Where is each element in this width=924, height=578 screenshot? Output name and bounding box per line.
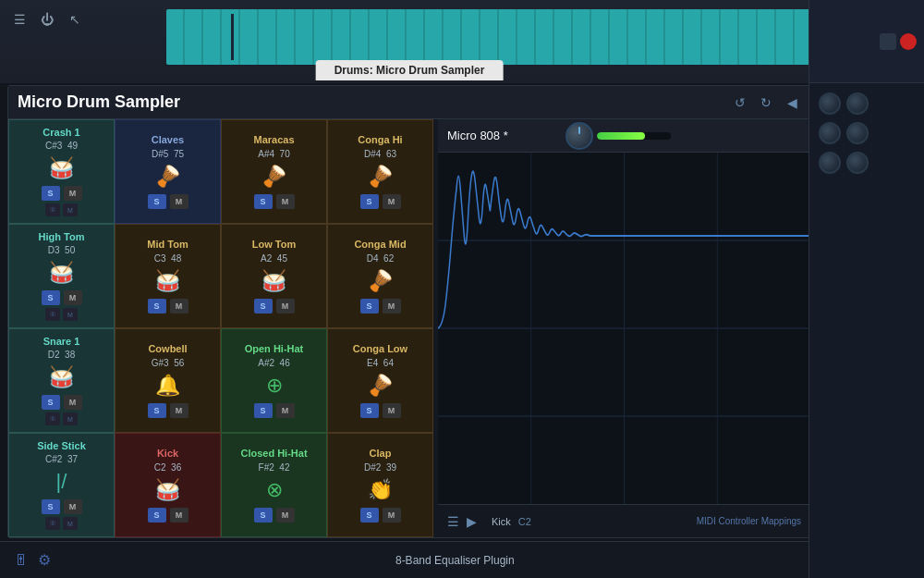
- pad-claves[interactable]: Claves D#5 75 🪘 S M: [115, 119, 221, 224]
- pad-mute-btn[interactable]: M: [170, 508, 188, 523]
- main-knob[interactable]: [565, 122, 593, 150]
- pad-mute-btn[interactable]: M: [64, 290, 82, 305]
- sidebar-top: [809, 0, 924, 83]
- power-icon[interactable]: ⏻: [37, 9, 57, 30]
- pad-note: D#2 39: [364, 462, 396, 473]
- menu-icon[interactable]: ☰: [9, 9, 30, 30]
- pad-solo-btn[interactable]: S: [42, 499, 60, 514]
- pad-mute-btn[interactable]: M: [276, 403, 295, 418]
- pad-clap[interactable]: Clap D#2 39 👏 S M: [327, 433, 433, 537]
- pad-mute-btn[interactable]: M: [383, 403, 401, 418]
- pad-solo-btn[interactable]: S: [254, 299, 273, 314]
- bottom-transport: ☰ ▶ Kick C2 MIDI Controller Mappings: [438, 504, 810, 537]
- pad-solo-btn[interactable]: S: [148, 299, 166, 314]
- back-btn[interactable]: ◀: [783, 93, 801, 112]
- pad-solo-btn[interactable]: S: [42, 395, 60, 410]
- pad-mute-btn[interactable]: M: [170, 299, 188, 314]
- pad-drum-icon: 🥁: [261, 269, 286, 293]
- pad-mute-btn[interactable]: M: [276, 508, 295, 523]
- pad-name: Clap: [370, 448, 392, 460]
- list-btn[interactable]: ☰: [447, 514, 459, 529]
- mixer-icon[interactable]: ⚙: [38, 551, 51, 569]
- eq-label: 8-Band Equaliser Plugin: [60, 554, 850, 567]
- pad-drum-icon: 🥁: [49, 261, 74, 285]
- pad-note: D#5 75: [152, 149, 184, 159]
- pad-snare-1[interactable]: Snare 1 D2 38 🥁 S M ① M: [8, 328, 115, 433]
- pad-extra-controls: ① M: [45, 517, 78, 530]
- pad-solo-btn[interactable]: S: [148, 403, 166, 418]
- sidebar-knob-1[interactable]: [819, 92, 841, 115]
- redo-btn[interactable]: ↻: [757, 93, 775, 112]
- pad-solo-btn[interactable]: S: [42, 186, 60, 201]
- pad-extra-btn-2[interactable]: M: [63, 203, 78, 216]
- sidebar-knob-5[interactable]: [819, 152, 841, 174]
- pad-maracas[interactable]: Maracas A#4 70 🪘 S M: [221, 119, 327, 224]
- pad-mute-btn[interactable]: M: [64, 186, 82, 201]
- pad-note: D3 50: [48, 245, 75, 255]
- pad-mute-btn[interactable]: M: [64, 395, 82, 410]
- volume-bar[interactable]: [597, 132, 671, 140]
- pad-solo-btn[interactable]: S: [42, 290, 60, 305]
- pad-controls: S M: [254, 194, 295, 209]
- right-header: Micro 808 *: [438, 119, 810, 153]
- sidebar-knob-2[interactable]: [846, 92, 869, 115]
- pad-extra-btn-1[interactable]: ①: [45, 308, 60, 321]
- pad-solo-btn[interactable]: S: [360, 508, 379, 523]
- pad-name: Snare 1: [43, 336, 80, 348]
- pad-mute-btn[interactable]: M: [64, 499, 82, 514]
- pad-name: Low Tom: [252, 239, 296, 251]
- pad-name: Kick: [157, 448, 178, 460]
- pad-mute-btn[interactable]: M: [276, 299, 295, 314]
- pad-extra-btn-2[interactable]: M: [63, 412, 78, 425]
- waveform-area[interactable]: [438, 153, 810, 504]
- pad-side-stick[interactable]: Side Stick C#2 37 |/ S M ① M: [8, 433, 115, 537]
- pad-kick[interactable]: Kick C2 36 🥁 S M: [115, 433, 221, 537]
- pad-mute-btn[interactable]: M: [383, 194, 401, 209]
- pad-extra-btn-1[interactable]: ①: [45, 203, 60, 216]
- pad-solo-btn[interactable]: S: [360, 403, 379, 418]
- sidebar-knob-4[interactable]: [846, 122, 869, 144]
- undo-btn[interactable]: ↺: [731, 93, 749, 112]
- pad-solo-btn[interactable]: S: [360, 299, 379, 314]
- sidebar-knob-row-1: [819, 92, 915, 115]
- pad-open-hi-hat[interactable]: Open Hi-Hat A#2 46 ⊕ S M: [221, 328, 327, 433]
- pad-controls: S M: [360, 194, 401, 209]
- pad-closed-hi-hat[interactable]: Closed Hi-Hat F#2 42 ⊗ S M: [221, 433, 327, 537]
- pad-solo-btn[interactable]: S: [254, 194, 273, 209]
- pad-extra-btn-2[interactable]: M: [63, 517, 78, 530]
- plugin-title-bar: Drums: Micro Drum Sampler: [316, 60, 504, 80]
- pad-extra-btn-2[interactable]: M: [63, 308, 78, 321]
- pad-conga-low[interactable]: Conga Low E4 64 🪘 S M: [327, 328, 433, 433]
- pad-crash-1[interactable]: Crash 1 C#3 49 🥁 S M ① M: [8, 119, 115, 224]
- pad-extra-btn-1[interactable]: ①: [45, 517, 60, 530]
- sidebar-btn-1[interactable]: [880, 33, 896, 50]
- pad-solo-btn[interactable]: S: [254, 403, 273, 418]
- record-btn[interactable]: [900, 33, 917, 50]
- eq-icon[interactable]: 🎚: [14, 552, 29, 569]
- cursor-icon[interactable]: ↖: [65, 9, 85, 30]
- pad-mute-btn[interactable]: M: [170, 403, 188, 418]
- midi-label[interactable]: MIDI Controller Mappings: [697, 516, 801, 526]
- pad-solo-btn[interactable]: S: [148, 508, 166, 523]
- pad-mute-btn[interactable]: M: [276, 194, 295, 209]
- plugin-window: Drums: Micro Drum Sampler Micro Drum Sam…: [7, 85, 811, 538]
- pad-extra-controls: ① M: [45, 412, 78, 425]
- pad-conga-mid[interactable]: Conga Mid D4 62 🪘 S M: [327, 224, 433, 328]
- sidebar-knob-6[interactable]: [846, 152, 869, 174]
- sidebar-knob-3[interactable]: [819, 122, 841, 144]
- pad-mute-btn[interactable]: M: [383, 508, 401, 523]
- pad-high-tom[interactable]: High Tom D3 50 🥁 S M ① M: [8, 224, 115, 328]
- pad-low-tom[interactable]: Low Tom A2 45 🥁 S M: [221, 224, 327, 328]
- pad-grid: Crash 1 C#3 49 🥁 S M ① M Claves D#5 75 🪘…: [8, 119, 438, 537]
- pad-mid-tom[interactable]: Mid Tom C3 48 🥁 S M: [115, 224, 221, 328]
- pad-extra-btn-1[interactable]: ①: [45, 412, 60, 425]
- pad-solo-btn[interactable]: S: [254, 508, 273, 523]
- pad-cowbell[interactable]: Cowbell G#3 56 🔔 S M: [115, 328, 221, 433]
- pad-mute-btn[interactable]: M: [170, 194, 188, 209]
- play-btn[interactable]: ▶: [467, 514, 477, 529]
- pad-name: High Tom: [39, 231, 85, 243]
- pad-mute-btn[interactable]: M: [383, 299, 401, 314]
- pad-conga-hi[interactable]: Conga Hi D#4 63 🪘 S M: [327, 119, 433, 224]
- pad-solo-btn[interactable]: S: [148, 194, 166, 209]
- pad-solo-btn[interactable]: S: [360, 194, 379, 209]
